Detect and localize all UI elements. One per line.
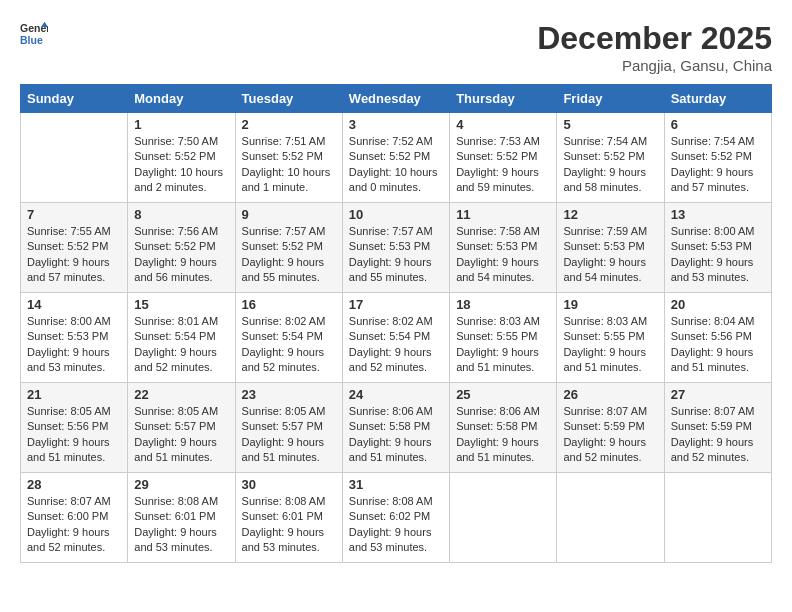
cell-info: Sunrise: 8:07 AMSunset: 5:59 PMDaylight:… [671,404,765,466]
day-number: 9 [242,207,336,222]
day-number: 19 [563,297,657,312]
calendar-table: SundayMondayTuesdayWednesdayThursdayFrid… [20,84,772,563]
calendar-week-1: 1Sunrise: 7:50 AMSunset: 5:52 PMDaylight… [21,113,772,203]
calendar-cell: 21Sunrise: 8:05 AMSunset: 5:56 PMDayligh… [21,383,128,473]
calendar-cell: 29Sunrise: 8:08 AMSunset: 6:01 PMDayligh… [128,473,235,563]
calendar-cell: 18Sunrise: 8:03 AMSunset: 5:55 PMDayligh… [450,293,557,383]
calendar-cell: 2Sunrise: 7:51 AMSunset: 5:52 PMDaylight… [235,113,342,203]
calendar-cell: 24Sunrise: 8:06 AMSunset: 5:58 PMDayligh… [342,383,449,473]
page-header: General Blue December 2025 Pangjia, Gans… [20,20,772,74]
calendar-body: 1Sunrise: 7:50 AMSunset: 5:52 PMDaylight… [21,113,772,563]
day-number: 23 [242,387,336,402]
cell-info: Sunrise: 8:05 AMSunset: 5:57 PMDaylight:… [242,404,336,466]
calendar-cell: 27Sunrise: 8:07 AMSunset: 5:59 PMDayligh… [664,383,771,473]
calendar-cell: 8Sunrise: 7:56 AMSunset: 5:52 PMDaylight… [128,203,235,293]
svg-text:Blue: Blue [20,34,43,46]
calendar-cell: 20Sunrise: 8:04 AMSunset: 5:56 PMDayligh… [664,293,771,383]
cell-info: Sunrise: 7:57 AMSunset: 5:52 PMDaylight:… [242,224,336,286]
calendar-cell: 4Sunrise: 7:53 AMSunset: 5:52 PMDaylight… [450,113,557,203]
cell-info: Sunrise: 8:08 AMSunset: 6:01 PMDaylight:… [242,494,336,556]
cell-info: Sunrise: 7:55 AMSunset: 5:52 PMDaylight:… [27,224,121,286]
logo: General Blue [20,20,48,48]
cell-info: Sunrise: 8:07 AMSunset: 6:00 PMDaylight:… [27,494,121,556]
cell-info: Sunrise: 8:02 AMSunset: 5:54 PMDaylight:… [242,314,336,376]
calendar-cell: 28Sunrise: 8:07 AMSunset: 6:00 PMDayligh… [21,473,128,563]
cell-info: Sunrise: 7:56 AMSunset: 5:52 PMDaylight:… [134,224,228,286]
cell-info: Sunrise: 7:54 AMSunset: 5:52 PMDaylight:… [563,134,657,196]
calendar-cell: 7Sunrise: 7:55 AMSunset: 5:52 PMDaylight… [21,203,128,293]
day-number: 26 [563,387,657,402]
day-number: 15 [134,297,228,312]
calendar-cell: 13Sunrise: 8:00 AMSunset: 5:53 PMDayligh… [664,203,771,293]
day-number: 22 [134,387,228,402]
day-number: 24 [349,387,443,402]
day-number: 16 [242,297,336,312]
calendar-cell: 31Sunrise: 8:08 AMSunset: 6:02 PMDayligh… [342,473,449,563]
calendar-cell [21,113,128,203]
cell-info: Sunrise: 7:54 AMSunset: 5:52 PMDaylight:… [671,134,765,196]
day-number: 6 [671,117,765,132]
calendar-week-4: 21Sunrise: 8:05 AMSunset: 5:56 PMDayligh… [21,383,772,473]
cell-info: Sunrise: 8:05 AMSunset: 5:57 PMDaylight:… [134,404,228,466]
calendar-cell: 15Sunrise: 8:01 AMSunset: 5:54 PMDayligh… [128,293,235,383]
calendar-cell: 16Sunrise: 8:02 AMSunset: 5:54 PMDayligh… [235,293,342,383]
calendar-cell: 19Sunrise: 8:03 AMSunset: 5:55 PMDayligh… [557,293,664,383]
day-number: 10 [349,207,443,222]
calendar-cell [557,473,664,563]
calendar-week-3: 14Sunrise: 8:00 AMSunset: 5:53 PMDayligh… [21,293,772,383]
day-number: 30 [242,477,336,492]
cell-info: Sunrise: 8:06 AMSunset: 5:58 PMDaylight:… [456,404,550,466]
day-number: 17 [349,297,443,312]
cell-info: Sunrise: 8:06 AMSunset: 5:58 PMDaylight:… [349,404,443,466]
cell-info: Sunrise: 8:03 AMSunset: 5:55 PMDaylight:… [456,314,550,376]
cell-info: Sunrise: 8:01 AMSunset: 5:54 PMDaylight:… [134,314,228,376]
calendar-cell: 30Sunrise: 8:08 AMSunset: 6:01 PMDayligh… [235,473,342,563]
cell-info: Sunrise: 7:52 AMSunset: 5:52 PMDaylight:… [349,134,443,196]
cell-info: Sunrise: 8:08 AMSunset: 6:02 PMDaylight:… [349,494,443,556]
calendar-cell: 1Sunrise: 7:50 AMSunset: 5:52 PMDaylight… [128,113,235,203]
day-number: 4 [456,117,550,132]
calendar-cell: 14Sunrise: 8:00 AMSunset: 5:53 PMDayligh… [21,293,128,383]
calendar-cell [450,473,557,563]
cell-info: Sunrise: 7:57 AMSunset: 5:53 PMDaylight:… [349,224,443,286]
calendar-cell: 25Sunrise: 8:06 AMSunset: 5:58 PMDayligh… [450,383,557,473]
day-number: 20 [671,297,765,312]
calendar-cell: 11Sunrise: 7:58 AMSunset: 5:53 PMDayligh… [450,203,557,293]
day-number: 31 [349,477,443,492]
header-monday: Monday [128,85,235,113]
calendar-cell: 17Sunrise: 8:02 AMSunset: 5:54 PMDayligh… [342,293,449,383]
day-number: 11 [456,207,550,222]
day-number: 3 [349,117,443,132]
calendar-cell: 23Sunrise: 8:05 AMSunset: 5:57 PMDayligh… [235,383,342,473]
cell-info: Sunrise: 8:03 AMSunset: 5:55 PMDaylight:… [563,314,657,376]
month-title: December 2025 [537,20,772,57]
day-number: 7 [27,207,121,222]
calendar-cell: 22Sunrise: 8:05 AMSunset: 5:57 PMDayligh… [128,383,235,473]
header-sunday: Sunday [21,85,128,113]
cell-info: Sunrise: 7:58 AMSunset: 5:53 PMDaylight:… [456,224,550,286]
header-wednesday: Wednesday [342,85,449,113]
day-number: 8 [134,207,228,222]
cell-info: Sunrise: 7:53 AMSunset: 5:52 PMDaylight:… [456,134,550,196]
calendar-cell: 9Sunrise: 7:57 AMSunset: 5:52 PMDaylight… [235,203,342,293]
cell-info: Sunrise: 7:59 AMSunset: 5:53 PMDaylight:… [563,224,657,286]
header-thursday: Thursday [450,85,557,113]
day-number: 29 [134,477,228,492]
logo-icon: General Blue [20,20,48,48]
day-number: 25 [456,387,550,402]
cell-info: Sunrise: 7:50 AMSunset: 5:52 PMDaylight:… [134,134,228,196]
calendar-week-2: 7Sunrise: 7:55 AMSunset: 5:52 PMDaylight… [21,203,772,293]
title-block: December 2025 Pangjia, Gansu, China [537,20,772,74]
day-number: 21 [27,387,121,402]
location-subtitle: Pangjia, Gansu, China [537,57,772,74]
day-number: 5 [563,117,657,132]
day-number: 13 [671,207,765,222]
calendar-week-5: 28Sunrise: 8:07 AMSunset: 6:00 PMDayligh… [21,473,772,563]
cell-info: Sunrise: 8:02 AMSunset: 5:54 PMDaylight:… [349,314,443,376]
day-number: 28 [27,477,121,492]
day-number: 2 [242,117,336,132]
cell-info: Sunrise: 8:05 AMSunset: 5:56 PMDaylight:… [27,404,121,466]
day-number: 12 [563,207,657,222]
cell-info: Sunrise: 8:04 AMSunset: 5:56 PMDaylight:… [671,314,765,376]
calendar-header-row: SundayMondayTuesdayWednesdayThursdayFrid… [21,85,772,113]
